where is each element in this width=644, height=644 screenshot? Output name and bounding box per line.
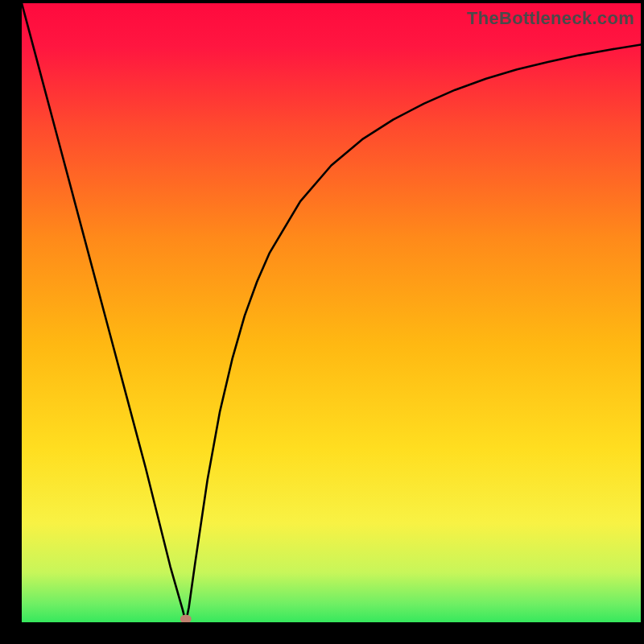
plot-area	[22, 3, 641, 622]
plot-svg	[22, 3, 641, 622]
chart-stage: TheBottleneck.com	[0, 0, 644, 644]
plot-background	[22, 3, 641, 622]
